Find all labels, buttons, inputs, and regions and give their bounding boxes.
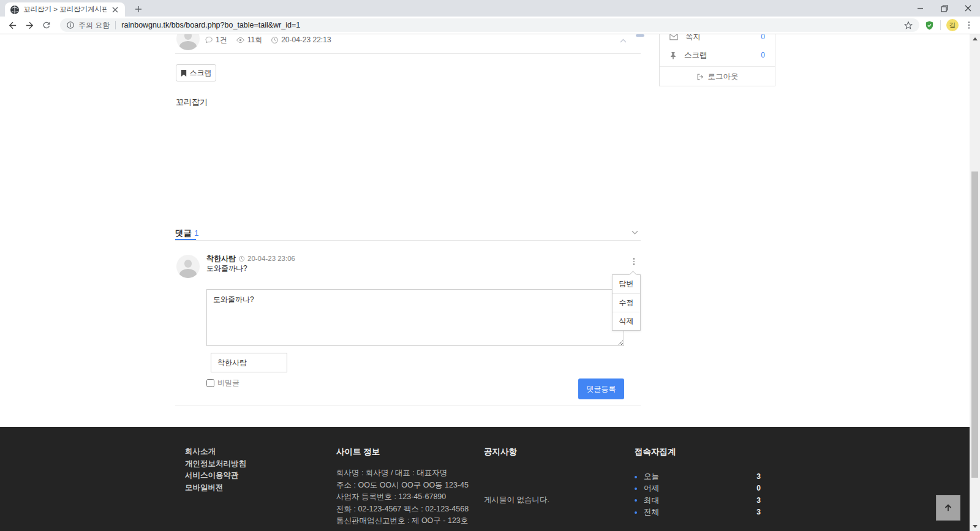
back-button[interactable] bbox=[4, 17, 21, 34]
scrollbar-arrow-up[interactable] bbox=[970, 34, 980, 43]
sidebar-item-count: 0 bbox=[761, 51, 765, 59]
comment-datetime: 20-04-23 23:06 bbox=[247, 255, 295, 262]
footer-link-privacy[interactable]: 개인정보처리방침 bbox=[185, 458, 246, 470]
post-comment-count-label: 1건 bbox=[216, 35, 227, 45]
post-datetime-label: 20-04-23 22:13 bbox=[281, 36, 331, 44]
comment-name-input[interactable] bbox=[211, 353, 287, 372]
clock-icon bbox=[271, 36, 279, 44]
forward-button[interactable] bbox=[21, 17, 38, 34]
secret-checkbox[interactable] bbox=[206, 379, 214, 387]
browser-toolbar: 주의 요함 rainbowgnu.tk/bbs/board.php?bo_tab… bbox=[0, 17, 980, 34]
window-restore-button[interactable] bbox=[932, 0, 956, 17]
footer-address-line: 주소 : OO도 OO시 OO구 OO동 123-45 bbox=[336, 480, 469, 492]
new-tab-button[interactable] bbox=[131, 2, 146, 17]
cut-off-ui-remnant bbox=[636, 34, 644, 37]
visitor-row-total: 전체3 bbox=[635, 507, 761, 518]
url-bar[interactable]: 주의 요함 rainbowgnu.tk/bbs/board.php?bo_tab… bbox=[60, 18, 919, 32]
post-datetime: 20-04-23 22:13 bbox=[271, 36, 331, 44]
footer-bizno-line: 사업자 등록번호 : 123-45-67890 bbox=[336, 491, 469, 503]
post-author-avatar bbox=[176, 34, 200, 50]
menu-item-delete[interactable]: 삭제 bbox=[612, 312, 640, 330]
secret-checkbox-row: 비밀글 bbox=[206, 378, 239, 388]
toolbar-right: 길 bbox=[924, 19, 974, 31]
footer-site-info: 사이트 정보 회사명 : 회사명 / 대표 : 대표자명 주소 : OO도 OO… bbox=[336, 446, 469, 527]
bullet-icon bbox=[635, 488, 637, 490]
menu-item-reply[interactable]: 답변 bbox=[612, 275, 640, 293]
comments-bottom-divider bbox=[175, 405, 641, 405]
browser-window: 꼬리잡기 > 꼬리잡기게시판 | 그 bbox=[0, 0, 980, 531]
footer-company-line: 회사명 : 회사명 / 대표 : 대표자명 bbox=[336, 467, 469, 480]
comment-text: 도와줄까나? bbox=[206, 263, 247, 274]
comments-header-divider bbox=[175, 240, 641, 241]
security-label: 주의 요함 bbox=[78, 20, 110, 31]
member-widget: 쪽지 0 스크랩 0 로그아웃 bbox=[659, 34, 775, 86]
footer-notice-title: 공지사항 bbox=[484, 446, 517, 458]
comment-author-avatar bbox=[176, 255, 200, 278]
comments-collapse-chevron-down-icon[interactable] bbox=[630, 228, 639, 239]
tab-close-icon[interactable] bbox=[110, 5, 120, 15]
footer-visitor-stats: 접속자집계 오늘3 어제0 최대3 전체3 bbox=[635, 446, 761, 518]
post-view-count: 11회 bbox=[236, 35, 262, 45]
toolbar-divider bbox=[940, 20, 941, 30]
visitor-row-yesterday: 어제0 bbox=[635, 483, 761, 494]
url-text: rainbowgnu.tk/bbs/board.php?bo_table=tai… bbox=[121, 21, 903, 29]
footer-visitors-title: 접속자집계 bbox=[635, 446, 761, 458]
sidebar-item-label: 스크랩 bbox=[684, 50, 707, 61]
footer-link-mobile[interactable]: 모바일버전 bbox=[185, 482, 246, 494]
comment-options-menu: 답변 수정 삭제 bbox=[612, 274, 641, 331]
bullet-icon bbox=[635, 476, 637, 478]
window-minimize-button[interactable] bbox=[908, 0, 932, 17]
reload-button[interactable] bbox=[38, 17, 55, 34]
menu-item-edit[interactable]: 수정 bbox=[612, 293, 640, 312]
comment-author-name: 착한사람 bbox=[206, 254, 236, 264]
post-comment-count: 1건 bbox=[205, 35, 227, 45]
sidebar-item-count: 0 bbox=[761, 34, 765, 41]
bullet-icon bbox=[635, 511, 637, 514]
sidebar-item-memo[interactable]: 쪽지 0 bbox=[660, 34, 775, 46]
footer-links: 회사소개 개인정보처리방침 서비스이용약관 모바일버전 bbox=[185, 446, 246, 494]
visitor-row-today: 오늘3 bbox=[635, 471, 761, 483]
window-close-button[interactable] bbox=[956, 0, 980, 17]
scrap-button[interactable]: 스크랩 bbox=[176, 64, 216, 81]
comment-textarea[interactable]: 도와줄까나? bbox=[206, 289, 624, 346]
bookmark-icon bbox=[181, 69, 187, 77]
footer-site-info-title: 사이트 정보 bbox=[336, 446, 469, 458]
scrollbar-arrow-down[interactable] bbox=[970, 522, 980, 531]
eye-icon bbox=[236, 36, 245, 45]
cut-off-chevron-up-icon bbox=[620, 34, 627, 45]
adblock-shield-icon[interactable] bbox=[924, 20, 935, 31]
browser-menu-icon[interactable] bbox=[964, 20, 974, 30]
comment-meta: 착한사람 20-04-23 23:06 bbox=[206, 254, 295, 263]
secret-checkbox-label: 비밀글 bbox=[217, 378, 239, 388]
browser-tab[interactable]: 꼬리잡기 > 꼬리잡기게시판 | 그 bbox=[5, 2, 125, 17]
site-favicon-icon bbox=[10, 5, 20, 15]
footer-notice: 공지사항 bbox=[484, 446, 517, 458]
footer-link-company[interactable]: 회사소개 bbox=[185, 446, 246, 458]
footer-phone-line: 전화 : 02-123-4567 팩스 : 02-123-4568 bbox=[336, 503, 469, 516]
info-icon[interactable] bbox=[66, 21, 75, 29]
logout-icon bbox=[696, 73, 704, 81]
footer-link-terms[interactable]: 서비스이용약관 bbox=[185, 470, 246, 482]
post-header-divider bbox=[175, 53, 641, 54]
comment-submit-button[interactable]: 댓글등록 bbox=[578, 378, 624, 399]
sidebar-item-label: 쪽지 bbox=[685, 34, 701, 42]
browser-titlebar: 꼬리잡기 > 꼬리잡기게시판 | 그 bbox=[0, 0, 980, 17]
envelope-icon bbox=[669, 34, 678, 40]
comment-options-dots-icon[interactable] bbox=[628, 255, 639, 268]
url-divider bbox=[115, 21, 116, 29]
bookmark-star-icon[interactable] bbox=[903, 20, 913, 30]
comments-count: 1 bbox=[194, 228, 199, 238]
comments-title: 댓글 bbox=[175, 228, 192, 238]
arrow-up-icon bbox=[943, 502, 954, 513]
site-footer: 회사소개 개인정보처리방침 서비스이용약관 모바일버전 사이트 정보 회사명 :… bbox=[0, 427, 970, 531]
browser-scrollbar[interactable] bbox=[970, 34, 980, 531]
footer-mailorder-line: 통신판매업신고번호 : 제 OO구 - 123호 bbox=[336, 515, 469, 527]
scrap-button-label: 스크랩 bbox=[190, 68, 212, 78]
sidebar-item-scrap[interactable]: 스크랩 0 bbox=[660, 46, 775, 64]
logout-button[interactable]: 로그아웃 bbox=[660, 67, 775, 86]
scroll-to-top-button[interactable] bbox=[936, 495, 960, 521]
clock-icon bbox=[238, 255, 245, 262]
scrollbar-thumb[interactable] bbox=[971, 171, 978, 478]
post-body-text: 꼬리잡기 bbox=[176, 97, 208, 108]
profile-avatar[interactable]: 길 bbox=[946, 19, 959, 31]
